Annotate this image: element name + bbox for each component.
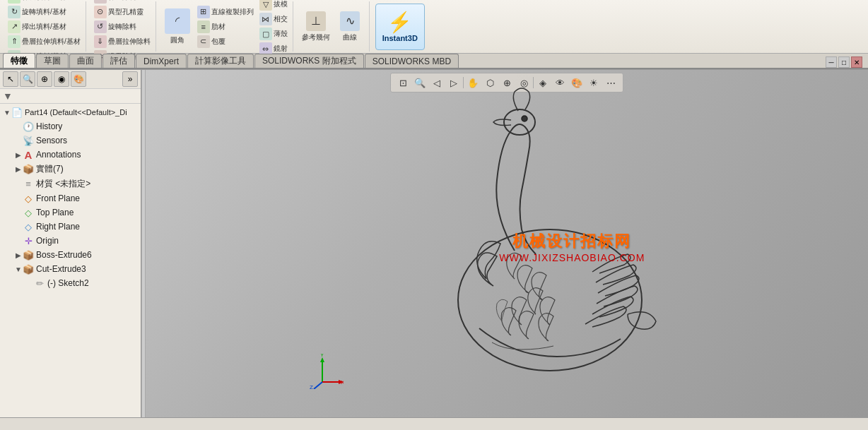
rib-btn[interactable]: ≡ 肋材 [195,20,256,34]
tree-item-solidbody[interactable]: ▶ 📦 實體(7) [0,162,141,177]
tree-item-front-plane[interactable]: ▶ ◇ Front Plane [0,191,141,205]
swept-cut-label: 疊層拉伸除料 [108,37,151,47]
swept-boss-label: 掃出填料/基材 [22,22,66,32]
instant3d-btn[interactable]: ⚡ Instant3D [375,4,425,50]
curves-label: 曲線 [343,32,357,42]
wrap-btn[interactable]: ⊂ 包覆 [195,35,256,49]
sidebar-more-btn[interactable]: » [122,71,138,87]
hole-wizard-label: 異型孔精靈 [108,7,143,17]
curves-icon: ∿ [340,11,360,31]
svg-marker-4 [320,357,324,362]
window-controls: ─ □ ✕ [826,56,865,68]
tab-sketch[interactable]: 草圖 [36,54,69,68]
revolved-cut-icon: ↺ [94,20,107,33]
rib-label: 肋材 [211,22,225,32]
ribbon-section-instant3d: ⚡ Instant3D [373,1,428,52]
draft-icon: ▽ [259,0,272,11]
ribbon-col-ref: ⊥ 參考幾何 [299,10,333,44]
sidebar-tool5-btn[interactable]: 🎨 [71,71,86,87]
filter-icon: ▼ [3,90,13,102]
intersect-icon: ⋈ [259,13,272,25]
tab-mbd-tools[interactable]: 計算影像工具 [187,54,254,68]
boss-extrude-icon: ⬆ [8,0,20,4]
draft-btn[interactable]: ▽ 拔模 [257,0,290,11]
svg-point-2 [522,116,527,121]
tree-item-history[interactable]: ▶ 🕐 History [0,119,141,133]
hole-wizard-btn[interactable]: ⊙ 異型孔精靈 [92,5,153,19]
tree-item-part14[interactable]: ▼ 📄 Part14 (Default<<Default>_Di [0,105,141,119]
extruded-cut-icon: ⬇ [94,0,107,4]
shell-btn[interactable]: ▢ 薄殼 [257,27,290,41]
fillet-btn[interactable]: ◜ 圓角 [162,7,194,47]
tree-icon-solidbody: 📦 [23,164,34,175]
ribbon-toolbar: ⬆ 伸長填料/基材 ↻ 旋轉填料/基材 ↗ 掃出填料/基材 ⇑ 疊層拉伸填料/基… [0,0,868,70]
ribbon-col-curves: ∿ 曲線 [334,10,366,44]
restore-btn[interactable]: □ [838,56,850,68]
tree-item-material[interactable]: ▶ ≡ 材質 <未指定> [0,177,141,191]
tree-expand-solidbody: ▶ [14,165,23,174]
swept-cut-icon: ⇓ [94,35,107,48]
lofted-boss-btn[interactable]: ⇑ 疊層拉伸填料/基材 [6,35,83,49]
tree-item-annotations[interactable]: ▶ A Annotations [0,148,141,162]
intersect-btn[interactable]: ⋈ 相交 [257,12,290,26]
extruded-cut-btn[interactable]: ⬇ 伸出除料 [92,0,153,4]
swept-boss-btn[interactable]: ↗ 掃出填料/基材 [6,20,83,34]
swan-model [373,74,712,413]
tree-label-top-plane: Top Plane [36,208,74,217]
tree-expand-part14: ▼ [3,108,11,117]
tab-evaluate[interactable]: 評估 [102,54,135,68]
hole-wizard-icon: ⊙ [94,6,107,18]
sidebar-arrow-btn[interactable]: ↖ [3,71,18,87]
axis-svg: Y X Z [308,354,344,389]
tree-icon-cut-extrude3: 📦 [23,263,34,275]
swept-boss-icon: ↗ [8,20,20,33]
tree-icon-history: 🕐 [23,121,34,132]
tree-item-cut-extrude3[interactable]: ▼ 📦 Cut-Extrude3 [0,262,141,276]
revolved-boss-icon: ↻ [8,6,20,18]
tab-surface[interactable]: 曲面 [69,54,102,68]
tree-item-top-plane[interactable]: ▶ ◇ Top Plane [0,205,141,220]
status-bar [0,417,868,430]
minimize-btn[interactable]: ─ [826,56,837,68]
boss-extrude-btn[interactable]: ⬆ 伸長填料/基材 [6,0,83,4]
viewport[interactable]: ⊡ 🔍 ◁ ▷ ✋ ⬡ ⊕ ◎ ◈ 👁 🎨 ☀ ⋯ [146,70,868,417]
tab-features[interactable]: 特徵 [3,53,35,68]
tree-label-origin: Origin [36,236,59,246]
tree-item-boss-extrude6[interactable]: ▶ 📦 Boss-Extrude6 [0,248,141,262]
tree-expand-annotations: ▶ [14,150,23,159]
tab-dimxpert[interactable]: DimXpert [136,54,187,68]
swept-cut-btn[interactable]: ⇓ 疊層拉伸除料 [92,35,153,49]
tab-bar: 特徵 草圖 曲面 評估 DimXpert 計算影像工具 SOLIDWORKS 附… [0,54,868,69]
tree-item-origin[interactable]: ▶ ✛ Origin [0,234,141,248]
tree-item-sketch2[interactable]: ▶ ✏ (-) Sketch2 [0,276,141,290]
svg-point-1 [504,109,535,135]
tree-icon-right-plane: ◇ [23,221,34,232]
revolved-boss-label: 旋轉填料/基材 [22,7,66,17]
fillet-label: 圓角 [170,35,184,45]
mirror-label: 鏡射 [274,44,288,54]
tree-item-sensors[interactable]: ▶ 📡 Sensors [0,133,141,148]
ribbon-col-feat2: ▽ 拔模 ⋈ 相交 ▢ 薄殼 ⇔ 鏡射 [257,0,290,56]
tab-addins[interactable]: SOLIDWORKS 附加程式 [254,54,364,68]
revolved-boss-btn[interactable]: ↻ 旋轉填料/基材 [6,5,83,19]
fillet-icon: ◜ [165,8,190,34]
linear-pattern-btn[interactable]: ⊞ 直線複製排列 [195,5,256,19]
tree-item-right-plane[interactable]: ▶ ◇ Right Plane [0,220,141,234]
ref-geom-btn[interactable]: ⊥ 參考幾何 [299,10,333,44]
revolved-cut-btn[interactable]: ↺ 旋轉除料 [92,20,153,34]
tree-expand-boss-extrude6: ▶ [14,251,23,259]
close-btn[interactable]: ✕ [851,56,862,68]
tree-icon-sensors: 📡 [23,135,34,146]
svg-point-0 [458,229,642,371]
ribbon-col-feat: ⊞ 直線複製排列 ≡ 肋材 ⊂ 包覆 [195,5,256,49]
sidebar-tool4-btn[interactable]: ◉ [54,71,69,87]
sidebar-tool3-btn[interactable]: ⊕ [37,71,52,87]
lofted-boss-icon: ⇑ [8,35,20,48]
sidebar-toolbar: ↖ 🔍 ⊕ ◉ 🎨 » [0,70,141,89]
extruded-cut-label: 伸出除料 [108,0,136,2]
sidebar-zoom-btn[interactable]: 🔍 [20,71,35,87]
tab-mbd[interactable]: SOLIDWORKS MBD [365,54,459,68]
tree-icon-origin: ✛ [23,235,34,246]
revolved-cut-label: 旋轉除料 [108,22,136,32]
curves-btn[interactable]: ∿ 曲線 [334,10,366,44]
